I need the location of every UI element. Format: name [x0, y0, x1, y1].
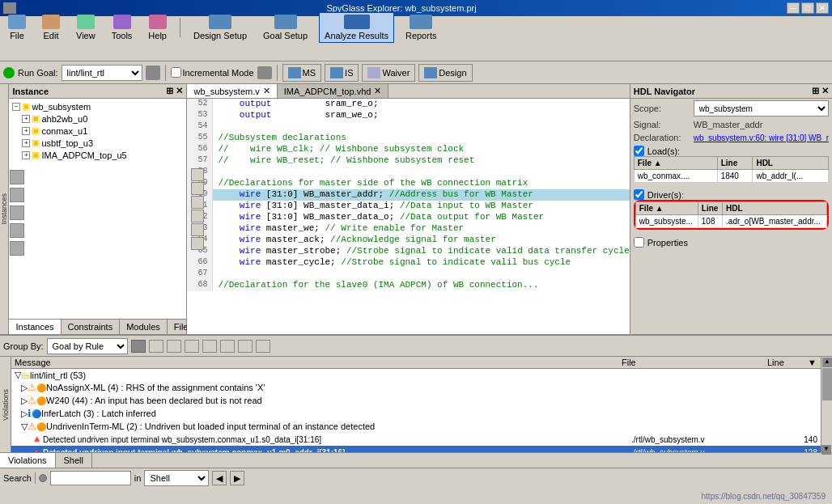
tree-child-4[interactable]: + ▣ IMA_ADPCM_top_u5 [11, 149, 185, 161]
viol-expand-2[interactable]: ▷ [21, 396, 28, 406]
scroll-thumb[interactable] [822, 368, 832, 400]
code-icon-4[interactable] [191, 210, 204, 222]
tool-icon-3[interactable] [10, 205, 24, 220]
maximize-button[interactable]: □ [801, 2, 814, 14]
viol-icon-7[interactable] [238, 340, 253, 353]
viol-icon-3[interactable] [167, 340, 181, 353]
tool-icon-4[interactable] [10, 223, 24, 238]
viol-icon-5[interactable] [202, 340, 217, 353]
viol-icon-8[interactable] [256, 340, 270, 353]
code-area[interactable]: 52 output sram_re_o; 53 output sram_we_o… [187, 99, 629, 334]
viol-row-0[interactable]: ▽ 🗁 lint/lint_rtl (53) [11, 369, 821, 381]
code-tab-wb[interactable]: wb_subsystem.v ✕ [187, 84, 277, 98]
viol-icon-1[interactable] [131, 340, 146, 353]
tab-violations[interactable]: Violations [0, 453, 56, 468]
search-dropdown-icon[interactable] [39, 474, 47, 482]
left-side-tab[interactable]: Instances [0, 84, 9, 334]
hdl-loads-checkbox[interactable] [634, 146, 644, 156]
menu-file[interactable]: File [3, 13, 31, 42]
search-in-select[interactable]: Shell [144, 470, 209, 486]
search-prev-button[interactable]: ◀ [212, 471, 227, 485]
window-controls[interactable]: — □ ✕ [787, 2, 829, 14]
close-button[interactable]: ✕ [816, 2, 829, 14]
code-line-60[interactable]: 60 wire [31:0] WB_master_addr; //Address… [187, 189, 629, 201]
loads-row-1[interactable]: wb_conmax.... 1840 wb_addr_l(... [634, 170, 828, 183]
properties-checkbox[interactable] [634, 237, 644, 248]
viol-icon-2[interactable] [149, 340, 163, 353]
viol-icon-4[interactable] [185, 340, 199, 353]
viol-icon-6[interactable] [220, 340, 235, 353]
incremental-mode-label[interactable]: Incremental Mode [171, 67, 254, 78]
scroll-down[interactable]: ▼ [821, 445, 831, 452]
violations-scrollbar[interactable]: ▲ ▼ [821, 357, 832, 452]
tree-child-3[interactable]: + ▣ usbtf_top_u3 [11, 137, 185, 149]
tree-item-ahb2wb[interactable]: + ▣ ahb2wb_u0 [20, 112, 185, 125]
incremental-mode-checkbox[interactable] [171, 67, 181, 78]
ms-button[interactable]: MS [282, 64, 322, 82]
code-tab-ima[interactable]: IMA_ADPCM_top.vhd ✕ [278, 84, 389, 98]
viol-row-6[interactable]: 🔺 Detected undriven input terminal wb_su… [11, 446, 821, 452]
viol-row-2[interactable]: ▷ ⚠ 🟠 W240 (44) : An input has been decl… [11, 394, 821, 407]
viol-row-4[interactable]: ▽ ⚠ 🟠 UndrivenInTerm-ML (2) : Undriven b… [11, 420, 821, 433]
menu-tools[interactable]: Tools [107, 13, 138, 42]
viol-expand-0[interactable]: ▽ [15, 370, 21, 380]
dropdown-arrow-icon[interactable] [146, 66, 160, 80]
group-by-select[interactable]: Goal by Rule [47, 338, 128, 354]
viol-row-1[interactable]: ▷ ⚠ 🟠 NoAssignX-ML (4) : RHS of the assi… [11, 381, 821, 394]
tree-child-2[interactable]: + ▣ conmax_u1 [11, 125, 185, 137]
line-content-63: wire master_we; // Write enable for Mast… [213, 223, 629, 235]
viol-row-5[interactable]: 🔺 Detected undriven input terminal wb_su… [11, 433, 821, 446]
code-icon-3[interactable] [191, 196, 204, 209]
menu-analyze[interactable]: Analyze Results [319, 12, 394, 43]
menu-design-setup[interactable]: Design Setup [189, 13, 252, 42]
code-tab-wb-close[interactable]: ✕ [263, 86, 270, 96]
hdl-declaration-value[interactable]: wb_subsystem.v:60: wire [31:0] WB_master… [694, 133, 829, 142]
tool-icon-1[interactable] [10, 170, 24, 184]
viol-expand-1[interactable]: ▷ [21, 383, 28, 393]
hdl-navigator-title: HDL Navigator [634, 87, 695, 96]
hdl-scope-select[interactable]: wb_subsystem [694, 100, 829, 116]
minimize-button[interactable]: — [787, 2, 800, 14]
code-tab-ima-close[interactable]: ✕ [374, 86, 381, 96]
tool-icon-5[interactable] [10, 241, 24, 256]
tree-item-usbtf[interactable]: + ▣ usbtf_top_u3 [20, 137, 185, 149]
search-input[interactable] [50, 471, 131, 485]
code-icon-6[interactable] [191, 237, 204, 250]
tree-root[interactable]: − ▣ wb_subsystem [11, 100, 185, 112]
code-icon-1[interactable] [191, 168, 204, 181]
is-button[interactable]: IS [325, 64, 359, 82]
tool-icon-2[interactable] [10, 188, 24, 202]
search-next-button[interactable]: ▶ [230, 471, 244, 485]
expand-icon-3[interactable]: + [22, 139, 30, 147]
drivers-row-1[interactable]: wb_subsyste... 108 .adr_o[WB_master_addr… [635, 215, 826, 228]
design-button[interactable]: Design [418, 64, 472, 82]
tab-shell[interactable]: Shell [56, 453, 92, 468]
expand-icon-1[interactable]: + [22, 115, 30, 123]
viol-expand-3[interactable]: ▷ [21, 409, 28, 419]
root-expand-icon[interactable]: − [12, 103, 20, 111]
expand-icon-4[interactable]: + [22, 151, 30, 159]
tree-child-1[interactable]: + ▣ ahb2wb_u0 [11, 112, 185, 125]
menu-reports[interactable]: Reports [401, 13, 442, 42]
menu-goal-setup[interactable]: Goal Setup [258, 13, 312, 42]
expand-icon-2[interactable]: + [22, 127, 30, 135]
menu-view[interactable]: View [71, 13, 100, 42]
hdl-drivers-checkbox[interactable] [634, 189, 644, 200]
menu-help[interactable]: Help [143, 13, 172, 42]
code-icon-2[interactable] [191, 182, 204, 195]
tab-modules[interactable]: Modules [120, 320, 168, 334]
tab-instances[interactable]: Instances [9, 320, 61, 334]
tree-item-ima[interactable]: + ▣ IMA_ADPCM_top_u5 [20, 149, 185, 161]
menu-edit[interactable]: Edit [37, 13, 65, 42]
tab-constraints[interactable]: Constraints [62, 320, 121, 334]
goal-select[interactable]: lint/lint_rtl [62, 65, 142, 81]
scroll-up[interactable]: ▲ [822, 358, 832, 367]
wave-icon[interactable] [257, 66, 272, 79]
viol-row-3[interactable]: ▷ ℹ 🔵 InferLatch (3) : Latch inferred [11, 407, 821, 420]
code-icon-5[interactable] [191, 223, 204, 236]
design-setup-icon [209, 15, 231, 29]
violations-list[interactable]: ▽ 🗁 lint/lint_rtl (53) ▷ ⚠ 🟠 NoAssignX-M… [11, 369, 821, 452]
waiver-button[interactable]: Waiver [362, 64, 415, 82]
viol-expand-4[interactable]: ▽ [21, 421, 28, 432]
tree-item-conmax[interactable]: + ▣ conmax_u1 [20, 125, 185, 137]
